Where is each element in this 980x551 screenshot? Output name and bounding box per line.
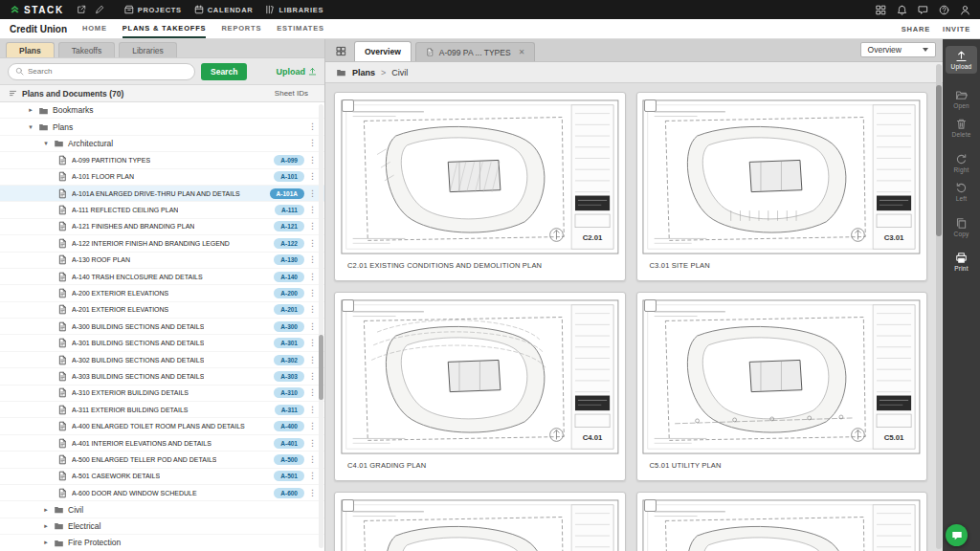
- tree-doc-a-200[interactable]: A-200 EXTERIOR ELEVATIONSA-200⋮: [0, 285, 324, 301]
- sheet-id-badge[interactable]: A-130: [274, 254, 304, 265]
- kebab-menu-icon[interactable]: ⋮: [308, 372, 315, 381]
- collapse-all-icon[interactable]: [9, 89, 17, 98]
- account-icon[interactable]: [960, 5, 970, 15]
- search-input[interactable]: [8, 63, 195, 80]
- card-checkbox[interactable]: [644, 99, 657, 112]
- plan-card-c3-01[interactable]: C3.01C3.01 SITE PLAN: [636, 92, 928, 281]
- kebab-menu-icon[interactable]: ⋮: [308, 305, 315, 314]
- card-checkbox[interactable]: [342, 299, 354, 312]
- sheet-id-badge[interactable]: A-301: [274, 338, 304, 348]
- kebab-menu-icon[interactable]: ⋮: [308, 472, 315, 480]
- plan-thumbnail[interactable]: [335, 493, 625, 551]
- tree-doc-a-122[interactable]: A-122 INTERIOR FINISH AND BRANDING LEGEN…: [0, 235, 324, 252]
- tree-folder-electrical[interactable]: ▸Electrical: [0, 518, 324, 535]
- search-field[interactable]: [28, 67, 188, 76]
- plan-card-partial-4[interactable]: [334, 492, 626, 551]
- kebab-menu-icon[interactable]: ⋮: [308, 189, 315, 198]
- chat-button[interactable]: [946, 524, 968, 546]
- kebab-menu-icon[interactable]: ⋮: [308, 122, 315, 131]
- plan-card-c2-01[interactable]: C2.01C2.01 EXISTING CONDITIONS AND DEMOL…: [334, 92, 626, 281]
- plan-card-partial-5[interactable]: [636, 492, 928, 551]
- chevron-right-icon[interactable]: ▸: [27, 106, 34, 114]
- chevron-down-icon[interactable]: ▾: [27, 123, 34, 131]
- toolbar-delete-button[interactable]: Delete: [946, 114, 977, 142]
- toolbar-copy-button[interactable]: Copy: [946, 213, 977, 241]
- tree-doc-a-500[interactable]: A-500 ENLARGED TELLER POD AND DETAILSA-5…: [0, 452, 324, 468]
- kebab-menu-icon[interactable]: ⋮: [308, 406, 315, 414]
- sidebar-tab-libraries[interactable]: Libraries: [119, 42, 177, 57]
- project-tab-estimates[interactable]: ESTIMATES: [277, 19, 324, 38]
- close-tab-icon[interactable]: ✕: [519, 48, 525, 56]
- toolbar-upload-button[interactable]: Upload: [946, 46, 977, 74]
- sidebar-scrollbar[interactable]: [319, 104, 323, 548]
- main-scrollbar-thumb[interactable]: [936, 85, 942, 236]
- sheet-id-badge[interactable]: A-401: [274, 438, 304, 449]
- kebab-menu-icon[interactable]: ⋮: [308, 322, 315, 331]
- sidebar-tab-plans[interactable]: Plans: [6, 42, 55, 57]
- edit-icon[interactable]: [95, 5, 104, 14]
- topbar-menu-projects[interactable]: PROJECTS: [124, 5, 182, 14]
- kebab-menu-icon[interactable]: ⋮: [308, 239, 315, 248]
- sidebar-tab-takeoffs[interactable]: Takeoffs: [58, 42, 116, 57]
- grid-view-button[interactable]: [332, 42, 349, 59]
- sheet-id-badge[interactable]: A-201: [274, 304, 304, 315]
- chevron-right-icon[interactable]: ▸: [42, 506, 50, 514]
- tree-doc-a-201[interactable]: A-201 EXTERIOR ELEVATIONSA-201⋮: [0, 302, 324, 319]
- tree-folder-civil[interactable]: ▸Civil: [0, 501, 324, 518]
- sidebar-scrollbar-thumb[interactable]: [319, 335, 323, 400]
- tree-doc-a-111[interactable]: A-111 REFLECTED CEILING PLANA-111⋮: [0, 202, 324, 218]
- tree-doc-a-600[interactable]: A-600 DOOR AND WINDOW SCHEDULEA-600⋮: [0, 485, 324, 501]
- sheet-id-badge[interactable]: A-501: [274, 471, 304, 481]
- kebab-menu-icon[interactable]: ⋮: [308, 289, 315, 298]
- external-link-icon[interactable]: [77, 5, 86, 14]
- topbar-menu-calendar[interactable]: CALENDAR: [194, 5, 254, 14]
- kebab-menu-icon[interactable]: ⋮: [308, 273, 315, 281]
- main-scrollbar[interactable]: [936, 64, 942, 549]
- plan-thumbnail[interactable]: C5.01: [637, 293, 927, 457]
- plan-thumbnail[interactable]: C3.01: [637, 93, 927, 257]
- kebab-menu-icon[interactable]: ⋮: [308, 222, 315, 231]
- invite-button[interactable]: INVITE: [943, 25, 970, 33]
- document-tab-overview[interactable]: Overview: [354, 41, 412, 61]
- plan-thumbnail[interactable]: [637, 493, 927, 551]
- help-icon[interactable]: [939, 5, 949, 15]
- breadcrumb-plans[interactable]: Plans: [352, 68, 375, 77]
- tree-doc-a-101[interactable]: A-101 FLOOR PLANA-101⋮: [0, 169, 324, 186]
- kebab-menu-icon[interactable]: ⋮: [308, 356, 315, 364]
- sheet-ids-toggle[interactable]: Sheet IDs: [275, 89, 308, 98]
- tree-folder-plans[interactable]: ▾Plans⋮: [0, 119, 324, 135]
- sheet-id-badge[interactable]: A-311: [275, 405, 304, 415]
- chevron-right-icon[interactable]: ▸: [42, 539, 50, 546]
- tree-doc-a-303[interactable]: A-303 BUILDING SECTIONS AND DETAILSA-303…: [0, 368, 324, 385]
- tree-folder-bookmarks[interactable]: ▸Bookmarks: [0, 102, 324, 119]
- sheet-id-badge[interactable]: A-200: [274, 288, 304, 298]
- chevron-right-icon[interactable]: ▸: [42, 522, 50, 530]
- upload-button[interactable]: Upload: [277, 67, 318, 77]
- card-checkbox[interactable]: [644, 299, 657, 312]
- topbar-menu-libraries[interactable]: LIBRARIES: [265, 5, 323, 14]
- tree-doc-a-300[interactable]: A-300 BUILDING SECTIONS AND DETAILSA-300…: [0, 319, 324, 335]
- kebab-menu-icon[interactable]: ⋮: [308, 156, 315, 165]
- kebab-menu-icon[interactable]: ⋮: [308, 172, 315, 181]
- card-checkbox[interactable]: [342, 99, 354, 112]
- apps-grid-icon[interactable]: [876, 5, 886, 15]
- toolbar-open-button[interactable]: Open: [946, 85, 977, 113]
- sheet-id-badge[interactable]: A-121: [274, 221, 304, 231]
- tree-folder-architectural[interactable]: ▾Architectural⋮: [0, 136, 324, 152]
- chevron-down-icon[interactable]: ▾: [42, 140, 50, 147]
- kebab-menu-icon[interactable]: ⋮: [308, 339, 315, 347]
- sheet-id-badge[interactable]: A-101: [274, 171, 304, 182]
- plan-card-c4-01[interactable]: C4.01C4.01 GRADING PLAN: [334, 292, 626, 481]
- sheet-id-badge[interactable]: A-101A: [270, 188, 304, 199]
- tree-doc-a-121[interactable]: A-121 FINISHES AND BRANDING PLANA-121⋮: [0, 219, 324, 235]
- plan-thumbnail[interactable]: C4.01: [335, 293, 625, 457]
- tree-doc-a-501[interactable]: A-501 CASEWORK DETAILSA-501⋮: [0, 469, 324, 485]
- document-tab-a-099-pa-types[interactable]: A-099 PA ... TYPES✕: [415, 42, 536, 61]
- view-select[interactable]: Overview: [860, 42, 936, 57]
- card-checkbox[interactable]: [342, 499, 354, 512]
- sheet-id-badge[interactable]: A-400: [274, 421, 304, 431]
- tree-doc-a-101a[interactable]: A-101A ENLARGED DRIVE-THRU PLAN AND DETA…: [0, 186, 324, 202]
- sheet-id-badge[interactable]: A-122: [274, 238, 304, 249]
- sheet-id-badge[interactable]: A-140: [274, 272, 304, 282]
- tree-folder-fire-protection[interactable]: ▸Fire Protection: [0, 535, 324, 551]
